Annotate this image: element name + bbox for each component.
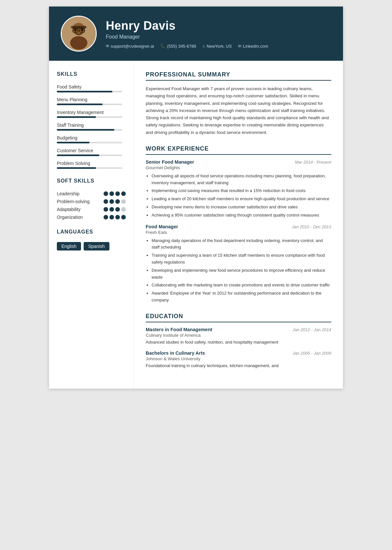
work-section: WORK EXPERIENCE Senior Food Manager Mar … bbox=[146, 145, 331, 304]
dot bbox=[109, 215, 114, 219]
skill-item: Budgeting bbox=[57, 135, 126, 143]
job-title: Food Manager bbox=[146, 224, 178, 229]
dots bbox=[104, 199, 126, 204]
summary-title: PROFESSIONAL SUMMARY bbox=[146, 71, 331, 81]
summary-section: PROFESSIONAL SUMMARY Experienced Food Ma… bbox=[146, 71, 331, 136]
avatar bbox=[61, 16, 97, 52]
phone-icon: 📞 bbox=[160, 44, 165, 48]
contact-email: ✉ support@cvdesigner.ai bbox=[106, 44, 154, 49]
soft-skills-list: Leadership Problem-solving Adaptability … bbox=[57, 191, 126, 220]
email-icon: ✉ bbox=[106, 44, 109, 48]
language-tag: Spanish bbox=[84, 242, 109, 251]
body: SKILLS Food Safety Menu Planning Invento… bbox=[49, 61, 343, 389]
skill-name: Menu Planning bbox=[57, 97, 126, 102]
dot bbox=[104, 199, 108, 204]
skills-section: SKILLS Food Safety Menu Planning Invento… bbox=[57, 71, 126, 169]
main-content: PROFESSIONAL SUMMARY Experienced Food Ma… bbox=[134, 61, 343, 389]
job-bullets: Overseeing all aspects of food service o… bbox=[146, 173, 331, 219]
dot bbox=[115, 191, 120, 196]
dots bbox=[104, 191, 126, 196]
skill-bar-fill bbox=[57, 142, 90, 143]
edu-header: Masters in Food Management Jan 2012 - Ja… bbox=[146, 327, 331, 332]
education-section: EDUCATION Masters in Food Management Jan… bbox=[146, 313, 331, 369]
header-info: Henry Davis Food Manager ✉ support@cvdes… bbox=[106, 19, 331, 49]
soft-skill-name: Organization bbox=[57, 215, 83, 220]
dot bbox=[115, 199, 120, 204]
skills-list: Food Safety Menu Planning Inventory Mana… bbox=[57, 84, 126, 169]
skill-name: Problem Solving bbox=[57, 161, 126, 166]
education-title: EDUCATION bbox=[146, 313, 331, 322]
sidebar: SKILLS Food Safety Menu Planning Invento… bbox=[49, 61, 134, 389]
header-title: Food Manager bbox=[106, 34, 331, 40]
header-section: Henry Davis Food Manager ✉ support@cvdes… bbox=[49, 7, 343, 61]
svg-point-5 bbox=[81, 29, 84, 32]
skill-bar-bg bbox=[57, 104, 122, 105]
dot bbox=[121, 215, 126, 219]
contact-linkedin: in LinkedIn.com bbox=[238, 44, 268, 49]
dot bbox=[104, 191, 108, 196]
edu-degree: Bachelors in Culinary Arts bbox=[146, 350, 205, 356]
edu-date: Jan 2012 - Jan 2014 bbox=[292, 327, 331, 332]
soft-skill-name: Problem-solving bbox=[57, 199, 90, 204]
job-entry: Food Manager Jan 2010 - Dec 2013 Fresh E… bbox=[146, 224, 331, 304]
skill-name: Food Safety bbox=[57, 84, 126, 89]
soft-skill-item: Organization bbox=[57, 215, 126, 220]
bullet: Implementing cost-saving measures that r… bbox=[152, 187, 331, 194]
skill-bar-bg bbox=[57, 116, 122, 118]
language-tags: EnglishSpanish bbox=[57, 242, 126, 251]
skill-item: Food Safety bbox=[57, 84, 126, 92]
job-entry: Senior Food Manager Mar 2014 - Present G… bbox=[146, 159, 331, 219]
bullet: Achieving a 95% customer satisfaction ra… bbox=[152, 212, 331, 219]
skill-name: Customer Service bbox=[57, 148, 126, 153]
header-name: Henry Davis bbox=[106, 19, 331, 33]
jobs-list: Senior Food Manager Mar 2014 - Present G… bbox=[146, 159, 331, 304]
dot bbox=[109, 199, 114, 204]
bullet: Awarded 'Employee of the Year' in 2012 f… bbox=[152, 290, 331, 304]
skill-item: Problem Solving bbox=[57, 161, 126, 169]
avatar-image bbox=[62, 17, 96, 51]
skill-name: Staff Training bbox=[57, 122, 126, 128]
resume: Henry Davis Food Manager ✉ support@cvdes… bbox=[49, 7, 343, 389]
soft-skill-name: Leadership bbox=[57, 191, 79, 196]
edu-degree: Masters in Food Management bbox=[146, 327, 212, 332]
skill-name: Inventory Management bbox=[57, 110, 126, 115]
dot bbox=[121, 199, 126, 204]
edu-header: Bachelors in Culinary Arts Jan 2005 - Ja… bbox=[146, 350, 331, 356]
phone-value: (555) 345-6789 bbox=[167, 44, 196, 49]
email-value: support@cvdesigner.ai bbox=[111, 44, 154, 49]
languages-title: LANGUAGES bbox=[57, 229, 126, 237]
job-bullets: Managing daily operations of the food de… bbox=[146, 237, 331, 304]
linkedin-icon: in bbox=[238, 44, 241, 48]
skill-bar-bg bbox=[57, 154, 122, 156]
job-company: Fresh Eats bbox=[146, 230, 331, 235]
svg-point-2 bbox=[70, 36, 88, 50]
education-entry: Masters in Food Management Jan 2012 - Ja… bbox=[146, 327, 331, 346]
skill-bar-fill bbox=[57, 167, 96, 169]
education-entry: Bachelors in Culinary Arts Jan 2005 - Ja… bbox=[146, 350, 331, 369]
edu-desc: Foundational training in culinary techni… bbox=[146, 363, 331, 369]
job-header: Food Manager Jan 2010 - Dec 2013 bbox=[146, 224, 331, 229]
education-list: Masters in Food Management Jan 2012 - Ja… bbox=[146, 327, 331, 369]
job-company: Gourmet Delights bbox=[146, 165, 331, 170]
soft-skill-item: Adaptability bbox=[57, 207, 126, 212]
linkedin-value: LinkedIn.com bbox=[243, 44, 268, 49]
contact-location: ⌂ NewYork, US bbox=[203, 44, 232, 49]
edu-school: Culinary Institute of America bbox=[146, 333, 331, 338]
soft-skills-section: SOFT SKILLS Leadership Problem-solving A… bbox=[57, 178, 126, 220]
svg-point-4 bbox=[74, 29, 77, 32]
job-title: Senior Food Manager bbox=[146, 159, 194, 165]
work-title: WORK EXPERIENCE bbox=[146, 145, 331, 155]
skills-title: SKILLS bbox=[57, 71, 126, 79]
skill-bar-fill bbox=[57, 116, 96, 118]
skill-bar-bg bbox=[57, 91, 122, 92]
bullet: Leading a team of 20 kitchen staff membe… bbox=[152, 196, 331, 202]
dot bbox=[104, 215, 108, 219]
header-contacts: ✉ support@cvdesigner.ai 📞 (555) 345-6789… bbox=[106, 44, 331, 49]
skill-item: Inventory Management bbox=[57, 110, 126, 118]
soft-skill-name: Adaptability bbox=[57, 207, 80, 212]
dot bbox=[104, 207, 108, 212]
dot bbox=[121, 207, 126, 212]
dot bbox=[109, 207, 114, 212]
languages-section: LANGUAGES EnglishSpanish bbox=[57, 229, 126, 251]
job-date: Mar 2014 - Present bbox=[295, 160, 331, 165]
